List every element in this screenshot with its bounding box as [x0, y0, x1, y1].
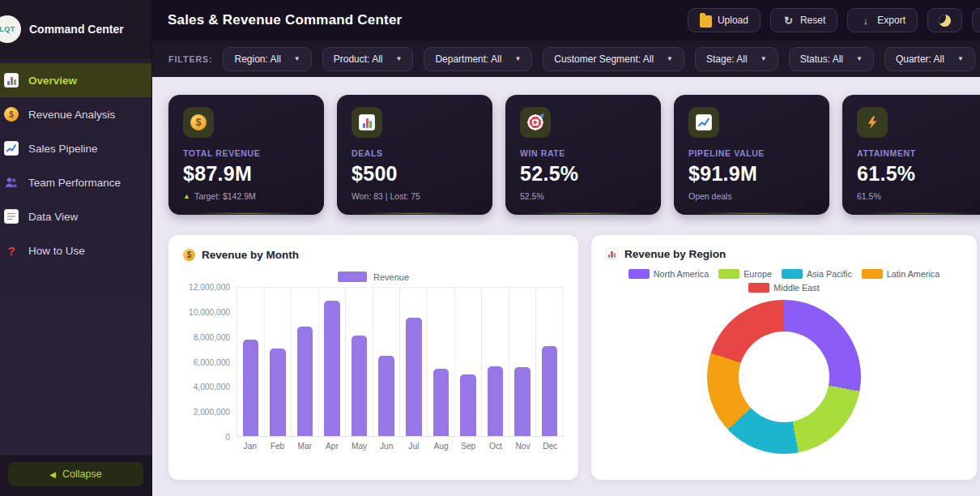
filter-status-dropdown[interactable]: Status: All▼: [789, 47, 874, 71]
main-area: Sales & Revenue Command Center Upload↻Re…: [152, 0, 980, 496]
kpi-label: ATTAINMENT: [857, 148, 980, 158]
kpi-label: PIPELINE VALUE: [688, 148, 815, 158]
kpi-icon-tile: [857, 107, 888, 138]
kpi-icon-tile: $: [183, 107, 214, 138]
bar-chart-plot: [236, 287, 564, 437]
kpi-row: $TOTAL REVENUE$87.9M▲Target: $142.9MDEAL…: [168, 95, 980, 215]
sidebar-item-how-to-use[interactable]: ?How to Use: [0, 233, 151, 267]
sidebar-item-team-performance[interactable]: Team Performance: [0, 165, 151, 199]
x-label: May: [346, 442, 373, 451]
kpi-label: DEALS: [352, 148, 478, 158]
bar-nov[interactable]: [514, 367, 530, 436]
filter-value: Department: All: [435, 53, 501, 65]
kpi-value: 61.5%: [857, 162, 980, 186]
kpi-subtext: 61.5%: [857, 191, 980, 201]
people-icon: [4, 175, 19, 190]
filter-customer-segment-dropdown[interactable]: Customer Segment: All▼: [543, 47, 684, 71]
sidebar-header: LQT Command Center: [0, 0, 151, 58]
bolt-icon: [864, 114, 880, 130]
clipped-button[interactable]: [972, 8, 980, 32]
collapse-button[interactable]: ◀ Collapse: [8, 462, 143, 486]
upload-button[interactable]: Upload: [688, 8, 761, 32]
sidebar-item-revenue-analysis[interactable]: $Revenue Analysis: [0, 97, 151, 131]
filter-value: Product: All: [334, 53, 383, 65]
collapse-label: Collapse: [62, 468, 102, 480]
legend-asia-pacific[interactable]: Asia Pacific: [782, 269, 852, 279]
x-label: Oct: [482, 442, 509, 451]
legend-latin-america[interactable]: Latin America: [862, 269, 940, 279]
sidebar-item-label: Data View: [28, 211, 78, 223]
bar-dec[interactable]: [542, 346, 558, 436]
bar-chart-x-axis: JanFebMarAprMayJunJulAugSepOctNovDec: [236, 442, 564, 451]
chart-title-text: Revenue by Month: [202, 249, 299, 261]
legend-label: Revenue: [373, 272, 409, 282]
legend-swatch: [718, 269, 739, 279]
bar-jun[interactable]: [378, 356, 394, 436]
chevron-down-icon: ▼: [395, 55, 402, 62]
bar-aug[interactable]: [433, 369, 450, 436]
sidebar-item-label: Sales Pipeline: [28, 143, 98, 155]
bar-mar[interactable]: [297, 327, 313, 436]
sidebar-item-sales-pipeline[interactable]: Sales Pipeline: [0, 131, 151, 165]
legend-europe[interactable]: Europe: [718, 269, 772, 279]
x-label: Jul: [400, 442, 428, 451]
x-label: Jun: [373, 442, 400, 451]
y-tick: 4,000,000: [194, 383, 230, 391]
filter-product-dropdown[interactable]: Product: All▼: [322, 47, 414, 71]
bar-chart-legend[interactable]: Revenue: [183, 272, 564, 282]
bar-column: [319, 288, 347, 436]
donut-hole: [739, 331, 829, 422]
y-tick: 10,000,000: [189, 307, 230, 316]
kpi-subtext: 52.5%: [520, 191, 646, 201]
app-name: Command Center: [29, 23, 124, 36]
sidebar-footer: ◀ Collapse: [0, 455, 151, 496]
revenue-by-month-card: $ Revenue by Month Revenue 12,000,00010,…: [168, 235, 578, 480]
kpi-label: WIN RATE: [520, 148, 646, 158]
x-label: Nov: [509, 442, 537, 451]
legend-middle-east[interactable]: Middle East: [748, 283, 819, 293]
bar-column: [373, 288, 401, 436]
bar-jul[interactable]: [406, 318, 422, 436]
y-tick: 12,000,000: [189, 283, 230, 292]
chevron-down-icon: ▼: [856, 55, 863, 62]
legend-label: North America: [654, 269, 709, 279]
top-header: Sales & Revenue Command Center Upload↻Re…: [152, 0, 980, 41]
bar-oct[interactable]: [488, 366, 504, 436]
filter-stage-dropdown[interactable]: Stage: All▼: [695, 47, 778, 71]
legend-north-america[interactable]: North America: [628, 269, 709, 279]
bar-apr[interactable]: [324, 301, 340, 436]
filter-department-dropdown[interactable]: Department: All▼: [424, 47, 532, 71]
revenue-by-region-title: Revenue by Region: [606, 248, 962, 260]
chart-up-icon: [4, 141, 19, 156]
filter-value: Region: All: [234, 53, 280, 65]
kpi-label: TOTAL REVENUE: [183, 148, 309, 158]
chart-line-icon: [696, 114, 712, 130]
legend-label: Asia Pacific: [807, 269, 852, 279]
folder-icon: [700, 15, 712, 28]
bar-may[interactable]: [352, 336, 368, 436]
bar-feb[interactable]: [270, 348, 286, 436]
sidebar-item-data-view[interactable]: Data View: [0, 199, 151, 233]
bar-jan[interactable]: [243, 340, 259, 436]
bar-column: [536, 288, 564, 436]
x-label: Aug: [428, 442, 455, 451]
chart-title-text: Revenue by Region: [624, 248, 726, 260]
bar-sep[interactable]: [460, 374, 476, 436]
sidebar: LQT Command Center Overview$Revenue Anal…: [0, 0, 152, 496]
sidebar-item-overview[interactable]: Overview: [0, 63, 151, 97]
reset-button[interactable]: ↻Reset: [770, 8, 837, 32]
chevron-down-icon: ▼: [957, 55, 964, 62]
filter-quarter-dropdown[interactable]: Quarter: All▼: [884, 47, 975, 71]
collapse-arrow-icon: ◀: [49, 470, 56, 479]
legend-swatch: [748, 283, 769, 293]
chevron-down-icon: ▼: [667, 55, 673, 62]
legend-label: Latin America: [887, 269, 940, 279]
kpi-value: 52.5%: [520, 162, 646, 186]
theme-toggle-button[interactable]: [927, 8, 962, 32]
filter-region-dropdown[interactable]: Region: All▼: [223, 47, 311, 71]
export-button[interactable]: ↓Export: [847, 8, 918, 32]
legend-swatch: [628, 269, 650, 279]
money-bag-icon: $: [4, 107, 19, 122]
revenue-by-region-donut[interactable]: [707, 300, 861, 454]
kpi-card-win-rate: WIN RATE52.5%52.5%: [505, 95, 661, 215]
